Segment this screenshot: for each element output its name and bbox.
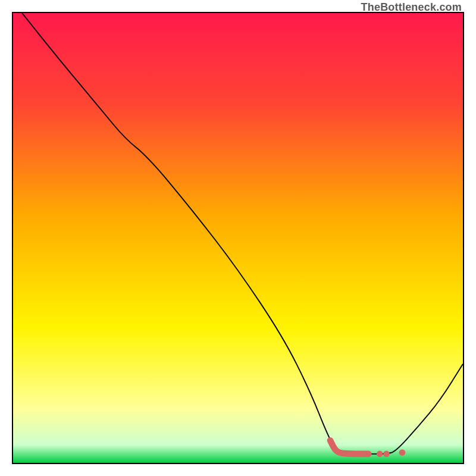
optimal-range-dot	[377, 451, 383, 458]
bottleneck-curve-line	[22, 13, 463, 454]
optimal-range-dot	[399, 449, 406, 456]
chart-frame	[12, 12, 464, 464]
optimal-range-line	[330, 440, 368, 454]
chart-plot-area	[13, 13, 463, 463]
watermark-text: TheBottleneck.com	[361, 1, 462, 14]
optimal-range-dot	[383, 451, 390, 458]
